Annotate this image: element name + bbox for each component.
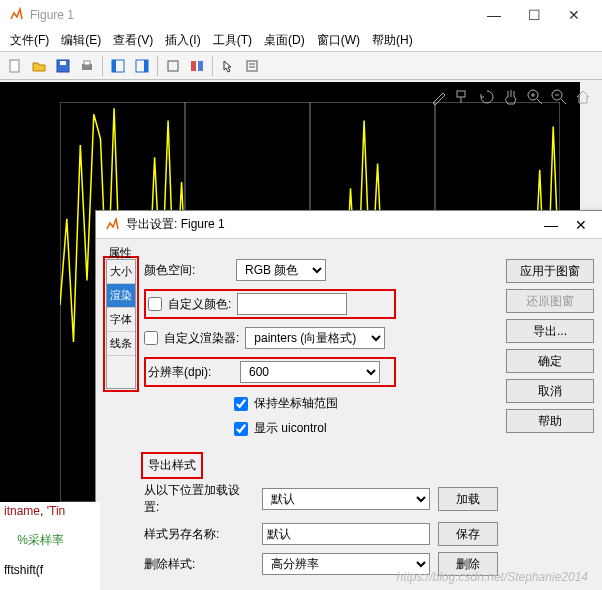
custom-renderer-label: 自定义渲染器: <box>164 330 239 347</box>
tab-render[interactable]: 渲染 <box>107 284 135 308</box>
svg-rect-11 <box>198 61 203 71</box>
dpi-label: 分辨率(dpi): <box>148 364 234 381</box>
custom-color-checkbox[interactable] <box>148 297 162 311</box>
save-as-label: 样式另存名称: <box>144 526 254 543</box>
delete-select[interactable]: 高分辨率 <box>262 553 430 575</box>
code-editor-fragment: itname, 'Tin %采样率 fftshift(f <box>0 502 100 590</box>
figure-title: Figure 1 <box>30 8 474 22</box>
layout1-button[interactable] <box>107 55 129 77</box>
menu-file[interactable]: 文件(F) <box>4 30 55 51</box>
load-from-select[interactable]: 默认 <box>262 488 430 510</box>
dpi-select[interactable]: 600 <box>240 361 380 383</box>
menu-view[interactable]: 查看(V) <box>107 30 159 51</box>
svg-rect-9 <box>168 61 178 71</box>
colorspace-label: 颜色空间: <box>144 262 230 279</box>
menu-desktop[interactable]: 桌面(D) <box>258 30 311 51</box>
svg-rect-2 <box>60 61 66 65</box>
dialog-title: 导出设置: Figure 1 <box>126 216 536 233</box>
dialog-minimize[interactable]: — <box>536 217 566 233</box>
svg-rect-26 <box>457 91 465 97</box>
dialog-close[interactable]: ✕ <box>566 217 596 233</box>
menu-help[interactable]: 帮助(H) <box>366 30 419 51</box>
load-button[interactable]: 加载 <box>438 487 498 511</box>
svg-line-29 <box>537 99 542 104</box>
help-button[interactable]: 帮助 <box>506 409 594 433</box>
toolbar <box>0 52 602 80</box>
save-style-button[interactable]: 保存 <box>438 522 498 546</box>
maximize-button[interactable]: ☐ <box>514 7 554 23</box>
tab-lines[interactable]: 线条 <box>107 332 135 356</box>
dialog-content: 颜色空间: RGB 颜色 自定义颜色: 自定义渲染器: painters (向量… <box>144 245 498 576</box>
apply-button[interactable]: 应用于图窗 <box>506 259 594 283</box>
list-button[interactable] <box>241 55 263 77</box>
show-uicontrol-checkbox[interactable] <box>234 422 248 436</box>
zoom-out-icon[interactable] <box>550 88 568 106</box>
save-button[interactable] <box>52 55 74 77</box>
minimize-button[interactable]: — <box>474 7 514 23</box>
close-button[interactable]: ✕ <box>554 7 594 23</box>
svg-rect-8 <box>144 60 148 72</box>
svg-rect-6 <box>112 60 116 72</box>
pan-icon[interactable] <box>502 88 520 106</box>
matlab-icon <box>8 7 24 23</box>
layout2-button[interactable] <box>131 55 153 77</box>
zoom-in-icon[interactable] <box>526 88 544 106</box>
custom-color-input[interactable] <box>237 293 347 315</box>
menu-insert[interactable]: 插入(I) <box>159 30 206 51</box>
custom-color-label: 自定义颜色: <box>168 296 231 313</box>
svg-rect-0 <box>10 60 19 72</box>
panel2-button[interactable] <box>186 55 208 77</box>
dialog-buttons: 应用于图窗 还原图窗 导出... 确定 取消 帮助 <box>506 245 594 576</box>
export-button[interactable]: 导出... <box>506 319 594 343</box>
export-style-label: 导出样式 <box>144 455 200 476</box>
svg-rect-10 <box>191 61 196 71</box>
menu-window[interactable]: 窗口(W) <box>311 30 366 51</box>
new-button[interactable] <box>4 55 26 77</box>
svg-line-33 <box>561 99 566 104</box>
keep-axes-checkbox[interactable] <box>234 397 248 411</box>
figure-titlebar: Figure 1 — ☐ ✕ <box>0 0 602 30</box>
export-setup-dialog: 导出设置: Figure 1 — ✕ 属性 大小 渲染 字体 线条 颜色空间: … <box>95 210 602 590</box>
svg-rect-12 <box>247 61 257 71</box>
tab-font[interactable]: 字体 <box>107 308 135 332</box>
menu-tools[interactable]: 工具(T) <box>207 30 258 51</box>
custom-renderer-select[interactable]: painters (向量格式) <box>245 327 385 349</box>
cancel-button[interactable]: 取消 <box>506 379 594 403</box>
keep-axes-label: 保持坐标轴范围 <box>254 395 338 412</box>
show-uicontrol-label: 显示 uicontrol <box>254 420 327 437</box>
home-icon[interactable] <box>574 88 592 106</box>
properties-label: 属性 <box>108 245 132 262</box>
save-as-input[interactable] <box>262 523 430 545</box>
menu-edit[interactable]: 编辑(E) <box>55 30 107 51</box>
brush-icon[interactable] <box>430 88 448 106</box>
figure-tool-overlay <box>430 88 592 106</box>
custom-renderer-checkbox[interactable] <box>144 331 158 345</box>
tab-size[interactable]: 大小 <box>107 260 135 284</box>
datatip-icon[interactable] <box>454 88 472 106</box>
matlab-icon <box>104 217 120 233</box>
panel1-button[interactable] <box>162 55 184 77</box>
ok-button[interactable]: 确定 <box>506 349 594 373</box>
menubar: 文件(F) 编辑(E) 查看(V) 插入(I) 工具(T) 桌面(D) 窗口(W… <box>0 30 602 52</box>
open-button[interactable] <box>28 55 50 77</box>
delete-button[interactable]: 删除 <box>438 552 498 576</box>
delete-label: 删除样式: <box>144 556 254 573</box>
dialog-titlebar: 导出设置: Figure 1 — ✕ <box>96 211 602 239</box>
load-from-label: 从以下位置加载设置: <box>144 482 254 516</box>
rotate-icon[interactable] <box>478 88 496 106</box>
colorspace-select[interactable]: RGB 颜色 <box>236 259 326 281</box>
restore-button[interactable]: 还原图窗 <box>506 289 594 313</box>
pointer-button[interactable] <box>217 55 239 77</box>
svg-rect-4 <box>84 61 90 65</box>
print-button[interactable] <box>76 55 98 77</box>
property-tabs: 大小 渲染 字体 线条 <box>106 259 136 389</box>
